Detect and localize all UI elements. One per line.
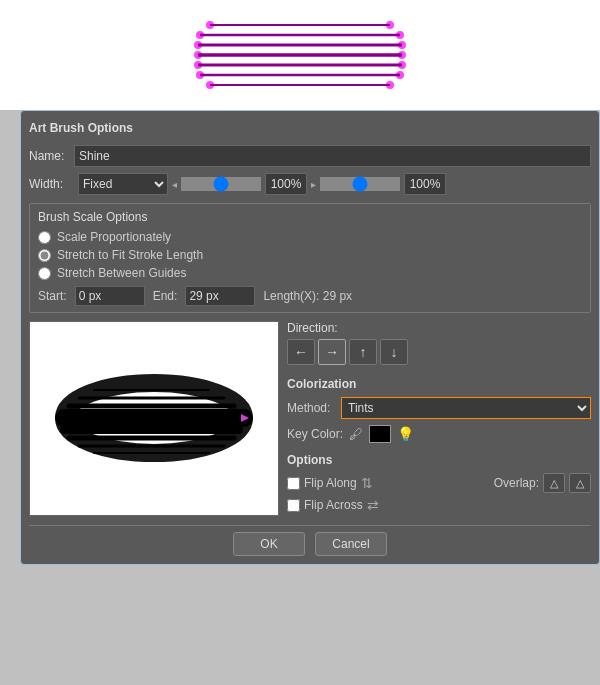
overlap-btn-2[interactable]: △ xyxy=(569,473,591,493)
width-slider-1[interactable] xyxy=(181,177,261,191)
radio-stretch-stroke-label: Stretch to Fit Stroke Length xyxy=(57,248,203,262)
width-row: Width: Fixed ◂ ▸ xyxy=(29,173,591,195)
method-label: Method: xyxy=(287,401,335,415)
flip-along-icon: ⇅ xyxy=(361,475,373,491)
radio-scale-proportionately-label: Scale Proportionately xyxy=(57,230,171,244)
art-brush-options-dialog: Art Brush Options Name: Width: Fixed ◂ ▸… xyxy=(20,110,600,565)
dialog-title: Art Brush Options xyxy=(29,119,591,137)
start-input[interactable] xyxy=(75,286,145,306)
width-slider-2[interactable] xyxy=(320,177,400,191)
flip-along-row: Flip Along ⇅ Overlap: △ △ xyxy=(287,473,591,493)
radio-stretch-guides-input[interactable] xyxy=(38,267,51,280)
dir-btn-left[interactable]: ← xyxy=(287,339,315,365)
flip-across-left: Flip Across ⇄ xyxy=(287,497,379,513)
flip-across-checkbox[interactable] xyxy=(287,499,300,512)
name-row: Name: xyxy=(29,145,591,167)
key-color-row: Key Color: 🖋 💡 xyxy=(287,425,591,443)
name-label: Name: xyxy=(29,149,74,163)
end-input[interactable] xyxy=(185,286,255,306)
brush-scale-title: Brush Scale Options xyxy=(38,210,582,224)
radio-stretch-stroke: Stretch to Fit Stroke Length xyxy=(38,248,582,262)
flip-along-checkbox[interactable] xyxy=(287,477,300,490)
end-label: End: xyxy=(153,289,178,303)
preview-box xyxy=(29,321,279,516)
overlap-btn-1[interactable]: △ xyxy=(543,473,565,493)
color-swatch[interactable] xyxy=(369,425,391,443)
dir-btn-right[interactable]: → xyxy=(318,339,346,365)
cancel-button[interactable]: Cancel xyxy=(315,532,387,556)
direction-buttons: ← → ↑ ↓ xyxy=(287,339,591,365)
dir-btn-down[interactable]: ↓ xyxy=(380,339,408,365)
top-preview-area xyxy=(0,0,600,110)
light-bulb-icon: 💡 xyxy=(397,426,414,442)
method-row: Method: Tints None Tints and Shades Hue … xyxy=(287,397,591,419)
name-input[interactable] xyxy=(74,145,591,167)
start-label: Start: xyxy=(38,289,67,303)
flip-across-row: Flip Across ⇄ xyxy=(287,497,591,513)
flip-across-icon: ⇄ xyxy=(367,497,379,513)
colorization-title: Colorization xyxy=(287,377,591,391)
flip-along-left: Flip Along ⇅ xyxy=(287,475,373,491)
width-select[interactable]: Fixed xyxy=(78,173,168,195)
radio-stretch-guides-label: Stretch Between Guides xyxy=(57,266,186,280)
direction-section: Direction: ← → ↑ ↓ xyxy=(287,321,591,365)
arrow-left-icon: ◂ xyxy=(172,179,177,190)
radio-scale-proportionately: Scale Proportionately xyxy=(38,230,582,244)
footer: OK Cancel xyxy=(29,532,591,556)
dir-btn-up[interactable]: ↑ xyxy=(349,339,377,365)
direction-label: Direction: xyxy=(287,321,591,335)
arrow-right-icon: ▸ xyxy=(311,179,316,190)
radio-scale-proportionately-input[interactable] xyxy=(38,231,51,244)
ok-button[interactable]: OK xyxy=(233,532,305,556)
options-title: Options xyxy=(287,453,591,467)
brush-scale-section: Brush Scale Options Scale Proportionatel… xyxy=(29,203,591,313)
length-text: Length(X): 29 px xyxy=(263,289,352,303)
percent-input-2[interactable] xyxy=(404,173,446,195)
start-end-row: Start: End: Length(X): 29 px xyxy=(38,286,582,306)
key-color-label: Key Color: xyxy=(287,427,343,441)
right-panel: Direction: ← → ↑ ↓ Colorization Method: … xyxy=(287,321,591,517)
method-select[interactable]: Tints None Tints and Shades Hue Shift xyxy=(341,397,591,419)
eyedropper-icon[interactable]: 🖋 xyxy=(349,426,363,442)
divider xyxy=(29,525,591,526)
flip-across-label: Flip Across xyxy=(304,498,363,512)
radio-stretch-stroke-input[interactable] xyxy=(38,249,51,262)
options-section: Options Flip Along ⇅ Overlap: △ △ xyxy=(287,453,591,517)
width-label: Width: xyxy=(29,177,74,191)
colorization-section: Colorization Method: Tints None Tints an… xyxy=(287,377,591,443)
percent-input-1[interactable] xyxy=(265,173,307,195)
flip-along-label: Flip Along xyxy=(304,476,357,490)
overlap-controls: Overlap: △ △ xyxy=(494,473,591,493)
main-content: Direction: ← → ↑ ↓ Colorization Method: … xyxy=(29,321,591,517)
brush-preview-top xyxy=(190,15,410,95)
radio-stretch-guides: Stretch Between Guides xyxy=(38,266,582,280)
overlap-label: Overlap: xyxy=(494,476,539,490)
